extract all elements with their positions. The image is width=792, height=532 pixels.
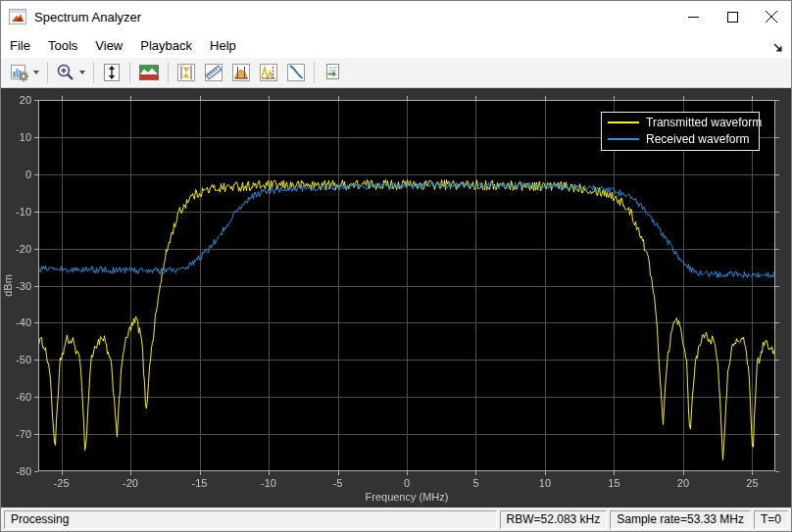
toolbar-separator	[93, 62, 94, 83]
status-bar: Processing RBW=52.083 kHz Sample rate=53…	[1, 508, 791, 531]
menu-item-help[interactable]: Help	[201, 34, 245, 57]
legend-swatch-received	[608, 138, 639, 140]
peak-finder-button[interactable]	[200, 60, 227, 85]
legend-item-transmitted: Transmitted waveform	[608, 116, 753, 129]
distortion-measurements-button[interactable]	[255, 60, 282, 85]
ccdf-measurements-button[interactable]	[282, 60, 310, 85]
close-icon	[766, 11, 777, 23]
menu-item-tools[interactable]: Tools	[39, 34, 86, 57]
spectrum-settings-dropdown-icon[interactable]	[33, 71, 39, 74]
status-rbw: RBW=52.083 kHz	[500, 510, 608, 529]
channel-measurements-icon	[231, 63, 251, 82]
toolbar-separator	[129, 62, 130, 83]
peak-finder-ruler-icon	[204, 63, 223, 82]
titlebar: Spectrum Analyzer	[1, 1, 791, 32]
window-title: Spectrum Analyzer	[34, 10, 141, 24]
cursor-measurements-button[interactable]	[173, 60, 200, 85]
scale-y-axis-icon	[102, 63, 122, 82]
spectrum-settings-button[interactable]	[6, 60, 43, 85]
spectrum-plot[interactable]	[1, 88, 791, 508]
close-button[interactable]	[752, 1, 791, 32]
maximize-button[interactable]	[713, 1, 752, 32]
minimize-icon	[688, 12, 699, 23]
zoom-dropdown-icon[interactable]	[79, 71, 85, 74]
playback-icon	[322, 63, 342, 82]
spectrum-settings-icon	[10, 63, 29, 82]
spectrum-view-button[interactable]	[134, 60, 164, 85]
legend-swatch-transmitted	[608, 121, 639, 123]
zoom-button[interactable]	[52, 60, 89, 85]
menubar: File Tools View Playback Help	[1, 32, 791, 58]
cursor-measurements-icon	[176, 63, 196, 82]
legend-label: Received waveform	[646, 132, 749, 146]
playback-button[interactable]	[319, 60, 346, 85]
zoom-in-icon	[56, 63, 75, 82]
app-icon	[9, 9, 26, 24]
toolbar-separator	[47, 62, 48, 83]
scale-y-axis-button[interactable]	[98, 60, 125, 85]
toolbar	[1, 58, 791, 88]
minimize-button[interactable]	[673, 1, 713, 32]
menu-item-file[interactable]: File	[1, 34, 39, 57]
maximize-icon	[727, 12, 738, 23]
spectrum-spectrogram-view-icon	[138, 63, 160, 82]
legend[interactable]: Transmitted waveform Received waveform	[601, 112, 760, 151]
ccdf-measurements-icon	[286, 63, 306, 82]
status-sample-rate: Sample rate=53.33 MHz	[610, 510, 751, 529]
menu-item-view[interactable]: View	[86, 34, 131, 57]
channel-measurements-button[interactable]	[227, 60, 255, 85]
status-time: T=0	[754, 510, 788, 529]
plot-region: Transmitted waveform Received waveform	[1, 88, 791, 508]
dock-icon[interactable]	[771, 41, 785, 55]
legend-item-received: Received waveform	[608, 132, 753, 146]
toolbar-separator	[314, 62, 315, 83]
legend-label: Transmitted waveform	[646, 116, 762, 129]
menu-item-playback[interactable]: Playback	[131, 34, 201, 57]
spectrum-analyzer-window: Spectrum Analyzer File Tools View Playba…	[0, 0, 792, 532]
status-processing: Processing	[4, 510, 497, 529]
distortion-measurements-icon	[259, 63, 278, 82]
toolbar-separator	[168, 62, 169, 83]
